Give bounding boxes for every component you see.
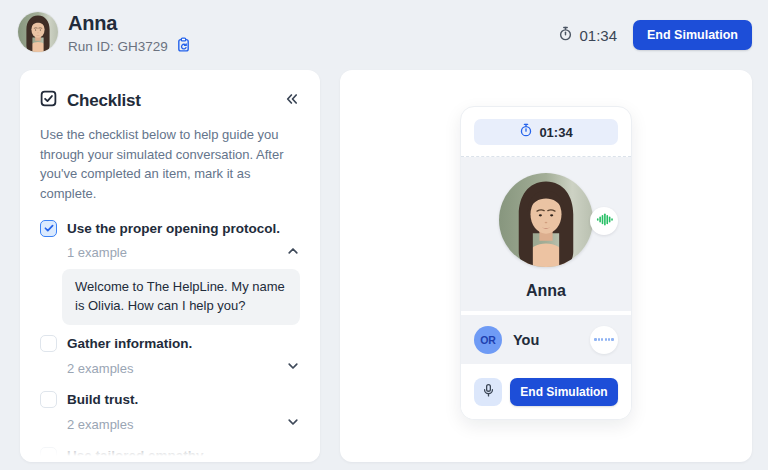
checkbox-checked[interactable] bbox=[40, 220, 57, 237]
user-avatar: OR bbox=[474, 326, 502, 354]
checklist-item: Use tailored empathy. 2 examples bbox=[40, 444, 300, 462]
mic-button[interactable] bbox=[474, 378, 502, 406]
checklist-panel: Checklist Use the checklist below to hel… bbox=[20, 70, 320, 462]
end-simulation-button[interactable]: End Simulation bbox=[633, 20, 752, 50]
example-text: Welcome to The HelpLine. My name is Oliv… bbox=[62, 269, 300, 325]
checklist-item: Build trust. 2 examples bbox=[40, 388, 300, 437]
collapse-panel-button[interactable] bbox=[284, 91, 300, 111]
checkbox-unchecked[interactable] bbox=[40, 335, 57, 352]
examples-count: 2 examples bbox=[67, 361, 286, 376]
end-simulation-button-card[interactable]: End Simulation bbox=[510, 378, 618, 406]
mic-icon bbox=[481, 383, 496, 401]
copy-run-id-button[interactable] bbox=[176, 37, 191, 55]
checklist-description: Use the checklist below to help guide yo… bbox=[40, 125, 300, 203]
examples-toggle[interactable]: 1 example bbox=[67, 240, 300, 265]
simulation-panel: 01:34 Ann bbox=[340, 70, 752, 462]
checkbox-unchecked[interactable] bbox=[40, 391, 57, 408]
header: Anna Run ID: GH3729 bbox=[0, 0, 768, 70]
voice-activity-indicator bbox=[590, 207, 618, 235]
chevron-down-icon bbox=[286, 359, 300, 377]
copy-icon bbox=[176, 37, 191, 55]
examples-count: 2 examples bbox=[67, 417, 286, 432]
double-chevron-left-icon bbox=[284, 91, 300, 111]
checklist-item-label: Use the proper opening protocol. bbox=[67, 221, 280, 236]
voice-activity-icon bbox=[596, 211, 613, 232]
stopwatch-icon bbox=[519, 123, 533, 141]
chevron-down-icon bbox=[286, 415, 300, 433]
chevron-up-icon bbox=[286, 244, 300, 262]
call-timer-pill: 01:34 bbox=[474, 119, 618, 145]
agent-photo bbox=[499, 173, 593, 267]
call-timer-value: 01:34 bbox=[539, 125, 572, 140]
stopwatch-icon bbox=[558, 26, 573, 44]
page-title: Anna bbox=[68, 12, 117, 35]
avatar bbox=[18, 12, 58, 52]
user-row: OR You bbox=[461, 315, 631, 364]
user-label: You bbox=[513, 332, 579, 348]
checklist-item-label: Gather information. bbox=[67, 336, 192, 351]
checklist-item: Use the proper opening protocol. 1 examp… bbox=[40, 216, 300, 325]
session-timer: 01:34 bbox=[558, 26, 617, 44]
agent-name: Anna bbox=[461, 282, 631, 300]
checklist-title: Checklist bbox=[67, 91, 274, 111]
call-card: 01:34 Ann bbox=[460, 106, 632, 420]
checklist-item-label: Build trust. bbox=[67, 392, 138, 407]
checklist-item: Gather information. 2 examples bbox=[40, 332, 300, 381]
checklist-item-label: Use tailored empathy. bbox=[67, 448, 206, 462]
checkbox-unchecked[interactable] bbox=[40, 447, 57, 462]
examples-count: 1 example bbox=[67, 245, 286, 260]
run-id-label: Run ID: GH3729 bbox=[68, 39, 168, 54]
timer-value: 01:34 bbox=[579, 27, 617, 44]
checklist-icon bbox=[40, 90, 57, 111]
examples-toggle[interactable]: 2 examples bbox=[67, 356, 300, 381]
examples-toggle[interactable]: 2 examples bbox=[67, 412, 300, 437]
speaking-dots-icon bbox=[590, 326, 618, 354]
